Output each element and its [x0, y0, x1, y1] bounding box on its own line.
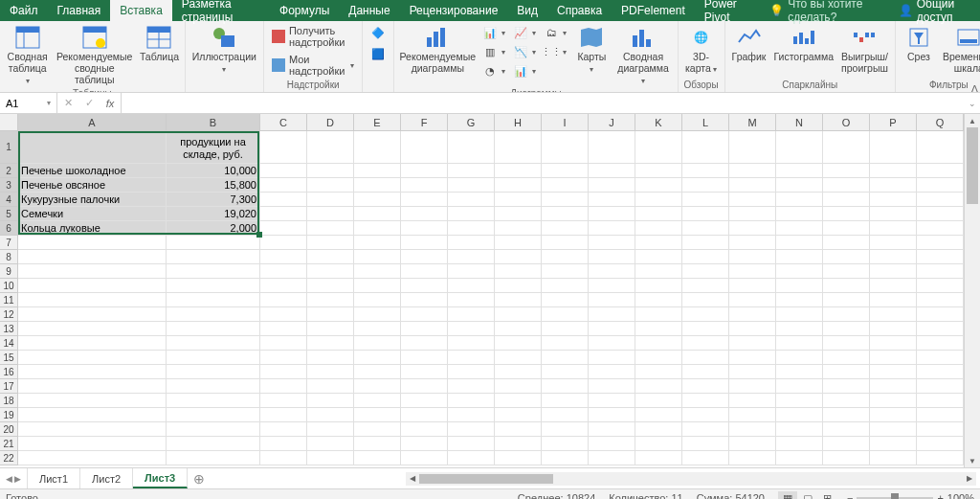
add-sheet-button[interactable]: ⊕	[188, 468, 211, 488]
cell-F14[interactable]	[401, 336, 448, 351]
sparkline-line-button[interactable]: График	[729, 23, 769, 64]
expand-formula-bar-button[interactable]: ⌄	[965, 93, 980, 113]
cell-J19[interactable]	[589, 408, 635, 422]
cell-I12[interactable]	[542, 307, 589, 322]
collapse-ribbon-button[interactable]: ᐱ	[971, 83, 978, 94]
cell-P16[interactable]	[870, 365, 917, 379]
cell-P21[interactable]	[870, 437, 917, 451]
cell-M12[interactable]	[729, 307, 776, 322]
cell-D18[interactable]	[307, 394, 354, 408]
col-header-A[interactable]: A	[18, 114, 167, 131]
cell-P8[interactable]	[870, 250, 917, 264]
cell-B3[interactable]: 15,800	[167, 178, 260, 193]
cell-E15[interactable]	[354, 351, 401, 365]
cell-H9[interactable]	[495, 264, 542, 279]
pivot-table-button[interactable]: Сводная таблица	[4, 23, 51, 87]
cell-I22[interactable]	[542, 451, 589, 465]
cell-K3[interactable]	[635, 178, 682, 193]
col-header-N[interactable]: N	[776, 114, 823, 131]
cell-G7[interactable]	[448, 236, 495, 250]
col-header-O[interactable]: O	[823, 114, 870, 131]
cell-M13[interactable]	[729, 322, 776, 336]
cell-C7[interactable]	[260, 236, 307, 250]
cell-E6[interactable]	[354, 221, 401, 236]
tab-formulas[interactable]: Формулы	[270, 0, 339, 21]
cell-J17[interactable]	[589, 379, 635, 394]
cell-P19[interactable]	[870, 408, 917, 422]
cell-A8[interactable]	[18, 250, 167, 264]
cell-H3[interactable]	[495, 178, 542, 193]
cell-M22[interactable]	[729, 451, 776, 465]
cell-B15[interactable]	[167, 351, 260, 365]
people-graph-button[interactable]: 🟦	[367, 44, 390, 63]
cell-N1[interactable]	[776, 131, 823, 164]
cell-M6[interactable]	[729, 221, 776, 236]
cell-D16[interactable]	[307, 365, 354, 379]
cell-O4[interactable]	[823, 193, 870, 207]
cell-M7[interactable]	[729, 236, 776, 250]
sheet-tab-3[interactable]: Лист3	[133, 468, 188, 488]
cell-B6[interactable]: 2,000	[167, 221, 260, 236]
cell-M18[interactable]	[729, 394, 776, 408]
cell-A16[interactable]	[18, 365, 167, 379]
row-header-14[interactable]: 14	[0, 336, 18, 351]
cell-F16[interactable]	[401, 365, 448, 379]
cell-F15[interactable]	[401, 351, 448, 365]
cell-H8[interactable]	[495, 250, 542, 264]
cell-N3[interactable]	[776, 178, 823, 193]
cell-I21[interactable]	[542, 437, 589, 451]
cell-F5[interactable]	[401, 207, 448, 221]
cell-A7[interactable]	[18, 236, 167, 250]
cell-H18[interactable]	[495, 394, 542, 408]
cell-P3[interactable]	[870, 178, 917, 193]
sparkline-column-button[interactable]: Гистограмма	[770, 23, 836, 64]
my-addins-button[interactable]: Мои надстройки	[268, 52, 358, 79]
cell-G17[interactable]	[448, 379, 495, 394]
cell-E22[interactable]	[354, 451, 401, 465]
cell-A4[interactable]: Кукурузные палочки	[18, 193, 167, 207]
tab-review[interactable]: Рецензирование	[400, 0, 508, 21]
vertical-scrollbar[interactable]: ▲ ▼	[964, 114, 980, 467]
cell-D11[interactable]	[307, 293, 354, 307]
cell-F6[interactable]	[401, 221, 448, 236]
pie-chart-button[interactable]: ◔	[479, 61, 509, 80]
cell-O12[interactable]	[823, 307, 870, 322]
cell-L14[interactable]	[682, 336, 729, 351]
cell-B21[interactable]	[167, 437, 260, 451]
illustrations-button[interactable]: Иллюстрации	[189, 23, 259, 76]
cell-Q22[interactable]	[917, 451, 964, 465]
cell-C13[interactable]	[260, 322, 307, 336]
cell-M4[interactable]	[729, 193, 776, 207]
cell-C1[interactable]	[260, 131, 307, 164]
cell-G20[interactable]	[448, 422, 495, 437]
cell-D17[interactable]	[307, 379, 354, 394]
cell-I14[interactable]	[542, 336, 589, 351]
cell-H7[interactable]	[495, 236, 542, 250]
cell-J3[interactable]	[589, 178, 635, 193]
cell-O15[interactable]	[823, 351, 870, 365]
cell-E7[interactable]	[354, 236, 401, 250]
cell-L19[interactable]	[682, 408, 729, 422]
cell-A12[interactable]	[18, 307, 167, 322]
select-all-corner[interactable]	[0, 114, 18, 131]
cell-L1[interactable]	[682, 131, 729, 164]
cell-M1[interactable]	[729, 131, 776, 164]
cell-E9[interactable]	[354, 264, 401, 279]
tab-pdfelement[interactable]: PDFelement	[612, 0, 695, 21]
cell-I1[interactable]	[542, 131, 589, 164]
cell-K15[interactable]	[635, 351, 682, 365]
cancel-formula-button[interactable]: ✕	[57, 97, 78, 109]
cell-J10[interactable]	[589, 279, 635, 293]
cell-L20[interactable]	[682, 422, 729, 437]
cell-K5[interactable]	[635, 207, 682, 221]
cell-A9[interactable]	[18, 264, 167, 279]
cell-C8[interactable]	[260, 250, 307, 264]
cell-B9[interactable]	[167, 264, 260, 279]
cell-I13[interactable]	[542, 322, 589, 336]
cell-P14[interactable]	[870, 336, 917, 351]
cell-G15[interactable]	[448, 351, 495, 365]
cell-N12[interactable]	[776, 307, 823, 322]
cell-H4[interactable]	[495, 193, 542, 207]
insert-function-button[interactable]: fx	[100, 98, 121, 109]
cell-K1[interactable]	[635, 131, 682, 164]
